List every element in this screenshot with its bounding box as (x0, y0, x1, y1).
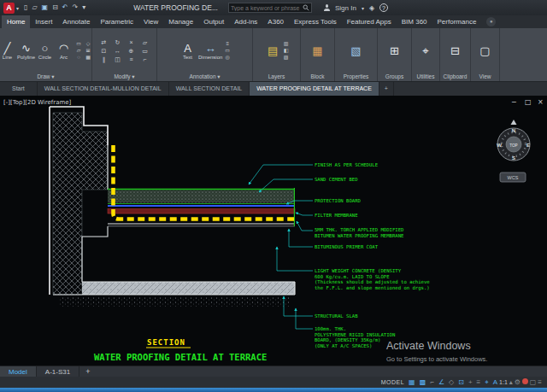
panel-label-draw[interactable]: Draw ▾ (0, 72, 91, 81)
view-button[interactable]: ▢ (477, 44, 493, 57)
open-file-icon[interactable]: ▱ (32, 0, 37, 15)
sign-in-dropdown-icon[interactable]: ▾ (362, 5, 364, 11)
mirror-tool-icon[interactable]: ↔ (112, 47, 124, 55)
layer-state-icon[interactable]: ▥ (284, 41, 289, 47)
compass-top-label[interactable]: TOP (509, 143, 517, 148)
app-logo-icon[interactable]: A (3, 3, 15, 14)
performance-badge[interactable] (522, 378, 528, 384)
object-snap-tracking-icon[interactable]: + (468, 377, 473, 388)
panel-label-block[interactable]: Block (301, 72, 334, 81)
app-menu-dropdown-icon[interactable]: ▾ (16, 5, 19, 11)
layout-tab-a-1-s31[interactable]: A-1-S31 (37, 366, 79, 377)
redo-icon[interactable]: ↷ (73, 0, 79, 15)
ribbon-tab-bim-360[interactable]: BIM 360 (397, 15, 432, 28)
panel-label-layers[interactable]: Layers (253, 72, 300, 81)
snap-toggle-icon[interactable]: ▩ (420, 377, 426, 388)
panel-label-groups[interactable]: Groups (378, 72, 411, 81)
arc-button[interactable]: ◠ Arc (56, 42, 72, 60)
compass-east-label[interactable]: E (526, 143, 530, 148)
customization-menu-icon[interactable]: ≡ (538, 378, 542, 386)
doc-tab-wall-section-detail[interactable]: WALL SECTION DETAIL (169, 82, 250, 96)
stretch-tool-icon[interactable]: ▭ (139, 47, 151, 55)
autoscale-icon[interactable]: ▴ (509, 378, 513, 386)
ribbon-tab-a360[interactable]: A360 (262, 15, 289, 28)
hatch-tool-icon[interactable]: ▱ (74, 48, 83, 54)
panel-label-properties[interactable]: Properties (335, 72, 377, 81)
copy-tool-icon[interactable]: ⊡ (98, 47, 110, 55)
panel-label-annotation[interactable]: Annotation ▾ (157, 72, 252, 81)
window-close-icon[interactable]: × (538, 98, 544, 106)
layer-freeze-icon[interactable]: ▨ (284, 55, 289, 61)
polyline-button[interactable]: ∿ Polyline (18, 42, 34, 60)
polar-tracking-icon[interactable]: ∠ (438, 377, 444, 388)
dimension-button[interactable]: ↔ Dimension (198, 42, 222, 60)
undo-icon[interactable]: ↶ (62, 0, 68, 15)
compass-south-label[interactable]: S (512, 155, 515, 161)
point-tool-icon[interactable]: ◌ (74, 55, 83, 61)
object-snap-icon[interactable]: ⊡ (458, 377, 464, 388)
annotation-visibility-icon[interactable]: A (493, 378, 497, 386)
ribbon-tab-view[interactable]: View (138, 15, 163, 28)
workspace-gear-icon[interactable]: ⚙ (515, 378, 521, 386)
dynamic-input-icon[interactable]: ⌖ (485, 377, 489, 388)
new-drawing-tab-button[interactable]: + (379, 82, 394, 96)
text-button[interactable]: A Text (179, 42, 196, 60)
ribbon-tab-express-tools[interactable]: Express Tools (289, 15, 342, 28)
annotation-scale-indicator[interactable]: 1:1 (499, 379, 508, 385)
window-minimize-icon[interactable]: ─ (511, 98, 516, 106)
panel-label-view[interactable]: View (471, 72, 499, 81)
panel-label-clipboard[interactable]: Clipboard (440, 72, 470, 81)
insert-block-button[interactable]: ▦ (309, 44, 326, 57)
explode-tool-icon[interactable]: ⌐ (139, 56, 151, 63)
compass-west-label[interactable]: W (497, 143, 502, 148)
ribbon-tab-manage[interactable]: Manage (163, 15, 198, 28)
ribbon-options-icon[interactable]: ● (486, 17, 496, 26)
new-file-icon[interactable]: ▯ (24, 0, 27, 15)
circle-button[interactable]: ○ Circle (37, 42, 53, 60)
wcs-indicator[interactable]: WCS (500, 173, 526, 182)
print-icon[interactable]: ⊟ (52, 0, 58, 15)
ribbon-tab-insert[interactable]: Insert (30, 15, 57, 28)
gradient-tool-icon[interactable]: ▦ (84, 55, 92, 61)
viewport-controls[interactable]: [-][Top][2D Wireframe] (3, 99, 72, 106)
erase-tool-icon[interactable]: × (126, 38, 138, 46)
ribbon-tab-featured-apps[interactable]: Featured Apps (342, 15, 397, 28)
paste-button[interactable]: ⊟ (447, 44, 463, 57)
clean-screen-icon[interactable]: ▢ (530, 378, 537, 386)
table-tool-icon[interactable]: ▭ (225, 48, 230, 54)
group-button[interactable]: ⊞ (386, 44, 403, 57)
model-tab[interactable]: Model (0, 366, 37, 377)
region-tool-icon[interactable]: ⊞ (84, 48, 92, 54)
ribbon-tab-add-ins[interactable]: Add-ins (229, 15, 262, 28)
new-layout-button[interactable]: + (79, 366, 96, 377)
ribbon-tab-output[interactable]: Output (198, 15, 229, 28)
search-input[interactable] (231, 3, 303, 12)
sign-in-button[interactable]: Sign In (335, 4, 356, 12)
layer-isolate-icon[interactable]: ◧ (284, 48, 289, 54)
leader-tool-icon[interactable]: ≡ (225, 41, 230, 47)
search-icon[interactable] (303, 4, 309, 11)
ribbon-tab-performance[interactable]: Performance (432, 15, 482, 28)
move-tool-icon[interactable]: ⇄ (98, 38, 110, 46)
doc-tab-water-proofing-detail[interactable]: WATER PROOFING DETAIL AT TERRACE (250, 82, 379, 96)
grid-toggle-icon[interactable]: ▦ (409, 377, 415, 388)
ellipse-tool-icon[interactable]: ◇ (84, 41, 92, 47)
centerline-tool-icon[interactable]: ◎ (225, 55, 230, 61)
line-button[interactable]: ╱ Line (0, 42, 15, 60)
panel-label-modify[interactable]: Modify ▾ (92, 72, 156, 81)
measure-button[interactable]: ⌖ (418, 44, 434, 57)
ribbon-tab-annotate[interactable]: Annotate (57, 15, 95, 28)
view-compass[interactable]: TOP N W E S (497, 120, 530, 161)
window-restore-icon[interactable]: □ (525, 98, 532, 106)
ribbon-tab-parametric[interactable]: Parametric (95, 15, 138, 28)
rectangle-tool-icon[interactable]: ▭ (74, 41, 83, 47)
properties-button[interactable]: ▧ (348, 44, 364, 57)
rotate-tool-icon[interactable]: ↻ (112, 38, 124, 46)
array-tool-icon[interactable]: ◫ (112, 56, 124, 63)
doc-tab-start[interactable]: Start (0, 82, 38, 96)
doc-tab-wall-section-mullion-detail[interactable]: WALL SECTION DETAIL-MULLION DETAIL (38, 82, 169, 96)
lineweight-toggle-icon[interactable]: ≡ (477, 377, 481, 388)
compass-north-label[interactable]: N (512, 128, 515, 133)
save-icon[interactable]: ▣ (42, 0, 49, 15)
model-space-canvas[interactable]: [-][Top][2D Wireframe] ─ □ × (0, 96, 547, 366)
